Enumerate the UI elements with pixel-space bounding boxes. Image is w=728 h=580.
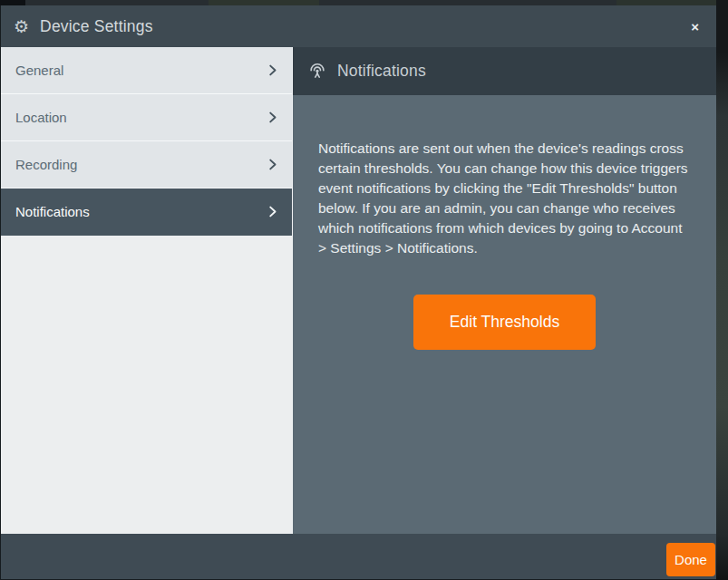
sidebar-item-label: Location: [15, 110, 67, 125]
close-button[interactable]: ×: [685, 16, 704, 37]
sidebar-item-notifications[interactable]: Notifications: [1, 188, 292, 236]
backdrop-fragment: [716, 0, 728, 580]
edit-thresholds-button[interactable]: Edit Thresholds: [413, 295, 596, 350]
sidebar-item-general[interactable]: General: [1, 47, 292, 94]
modal-title: Device Settings: [40, 17, 153, 36]
notifications-description: Notifications are sent out when the devi…: [318, 139, 694, 258]
panel-title: Notifications: [337, 62, 426, 81]
gear-icon: ⚙: [14, 18, 29, 35]
notifications-panel: Notifications Notifications are sent out…: [293, 47, 716, 534]
device-settings-modal: ⚙ Device Settings × General Location: [0, 5, 716, 580]
panel-content: Notifications are sent out when the devi…: [293, 95, 716, 534]
modal-header: ⚙ Device Settings ×: [1, 5, 716, 47]
sidebar-item-label: Recording: [15, 157, 77, 172]
page-background: ⚙ Device Settings × General Location: [0, 0, 728, 580]
done-button[interactable]: Done: [666, 543, 715, 576]
modal-body: General Location Recording: [1, 47, 716, 534]
chevron-right-icon: [266, 205, 279, 218]
chevron-right-icon: [266, 158, 279, 171]
broadcast-icon: [307, 62, 327, 82]
sidebar-item-recording[interactable]: Recording: [1, 141, 292, 188]
sidebar-item-location[interactable]: Location: [1, 94, 292, 141]
sidebar-item-label: General: [15, 63, 63, 78]
modal-footer: Done: [1, 534, 716, 579]
sidebar-item-label: Notifications: [15, 204, 90, 219]
settings-sidebar: General Location Recording: [1, 47, 293, 534]
panel-header: Notifications: [293, 47, 716, 95]
chevron-right-icon: [266, 111, 279, 124]
chevron-right-icon: [266, 63, 279, 77]
